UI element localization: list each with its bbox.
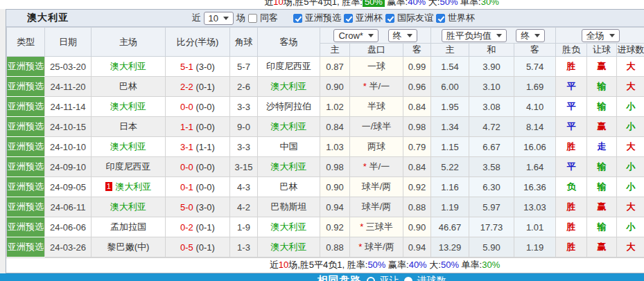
euro-draw-odds: 17.73 <box>469 217 514 237</box>
stat-segment: 单率: <box>459 260 482 270</box>
league-type: 亚洲预选 <box>7 117 45 137</box>
full-time-score: 0-0 <box>180 162 193 172</box>
asian-handicap-radio-label[interactable]: 亚让 <box>380 275 399 281</box>
away-team: 巴勒斯坦 <box>258 197 320 217</box>
stat-segment: 近 <box>270 260 279 270</box>
same-away-checkbox[interactable] <box>248 14 257 23</box>
asian-home-odds: 0.98 <box>320 157 350 177</box>
stat-segment: 40% <box>409 260 427 270</box>
filter-label-friendly[interactable]: 国际友谊 <box>397 12 433 24</box>
full-time-score: 1-1 <box>180 122 193 132</box>
corners: 1-3 <box>230 237 258 257</box>
corners: 3-3 <box>230 97 258 117</box>
stat-segment: 50% <box>440 0 458 7</box>
red-card-badge: 1 <box>105 182 112 191</box>
result-winloss: 负 <box>556 177 587 197</box>
match-date: 24-10-10 <box>45 137 92 157</box>
chevron-down-icon <box>534 34 540 37</box>
asian-away-odds: 0.79 <box>403 137 431 157</box>
handicap-text: 半/一 <box>369 81 390 91</box>
euro-away-odds: 13.03 <box>514 197 556 217</box>
table-row: 亚洲预选 24-10-10 澳大利亚 3-1 (1-1) 3-3 中国 1.03… <box>7 137 644 157</box>
home-team: 巴林 <box>92 77 166 97</box>
subcol-winloss: 胜负 <box>556 44 587 57</box>
asian-away-odds: 0.88 <box>403 197 431 217</box>
home-team-name: 巴林 <box>119 81 137 91</box>
subcol-euro-away: 客 <box>514 44 556 57</box>
away-team-name: 中国 <box>280 141 298 152</box>
match-score: 0-0 (0-0) <box>166 97 230 117</box>
euro-home-odds: 6.00 <box>431 77 469 97</box>
filter-checkbox-world-cup[interactable] <box>436 14 445 23</box>
match-score: 2-2 (0-1) <box>166 77 230 97</box>
goals-radio-label[interactable]: 进球数 <box>417 275 446 281</box>
result-goals: 小 <box>617 117 644 137</box>
match-date: 24-10-15 <box>45 117 92 137</box>
asian-final-select[interactable]: 终 <box>388 29 417 42</box>
away-team: 印度尼西亚 <box>258 57 320 77</box>
bookmaker-select[interactable]: Crow* <box>333 29 378 42</box>
stat-segment: 大: <box>426 0 440 7</box>
result-winloss: 胜 <box>556 217 587 237</box>
chevron-down-icon <box>368 34 374 37</box>
result-goals: 小 <box>617 177 644 197</box>
same-away-label[interactable]: 同客 <box>260 12 278 24</box>
subcol-handicap-result: 让球 <box>587 44 617 57</box>
result-winloss: 胜 <box>556 197 587 217</box>
corners: 3-15 <box>230 157 258 177</box>
home-team: 澳大利亚 <box>92 137 166 157</box>
home-team: 澳大利亚 <box>92 97 166 117</box>
corners: 2-6 <box>230 77 258 97</box>
half-time-score: (1-1) <box>195 142 214 152</box>
euro-odds-group-header: 胜平负均值 终 <box>431 28 556 44</box>
goals-radio[interactable] <box>404 277 412 281</box>
asian-handicap-line: * 三球半 <box>350 217 403 237</box>
match-scope-select[interactable]: 全场 <box>582 29 620 42</box>
stat-segment: 10 <box>273 0 283 7</box>
result-handicap: 赢 <box>587 117 617 137</box>
stat-segment: 10 <box>279 260 288 270</box>
away-team-name: 澳大利亚 <box>271 242 307 252</box>
col-header-away: 客场 <box>258 28 320 57</box>
filter-checkbox-asian-cup[interactable] <box>344 14 353 23</box>
chevron-down-icon <box>609 34 615 37</box>
filter-checkbox-friendly[interactable] <box>385 14 394 23</box>
full-time-score: 3-1 <box>180 142 193 152</box>
stat-segment: 50% <box>367 260 385 270</box>
euro-final-select[interactable]: 终 <box>516 29 545 42</box>
filter-checkbox-asian-qualifiers[interactable] <box>293 14 302 23</box>
asian-home-odds: 0.84 <box>320 117 350 137</box>
handicap-text: 半球 <box>367 101 385 111</box>
chevron-down-icon <box>407 34 412 37</box>
result-handicap: 赢 <box>587 197 617 217</box>
match-date: 24-11-14 <box>45 97 92 117</box>
filter-label-world-cup[interactable]: 世界杯 <box>448 12 475 24</box>
full-time-score: 0-5 <box>180 242 193 253</box>
subcol-asian-home: 主 <box>320 44 350 57</box>
stat-segment: 单率: <box>458 0 480 7</box>
euro-odds-type-select[interactable]: 胜平负均值 <box>442 29 507 42</box>
away-team-name: 澳大利亚 <box>271 121 307 132</box>
asian-handicap-radio[interactable] <box>367 277 375 281</box>
euro-odds-type-value: 胜平负均值 <box>446 30 491 41</box>
home-team-name: 澳大利亚 <box>110 201 146 212</box>
euro-draw-odds: 3.90 <box>469 57 514 77</box>
filter-controls: 近 10 场 同客 亚洲预选 亚洲杯 国际友谊 世界杯 <box>192 12 475 25</box>
euro-home-odds: 1.16 <box>431 177 469 197</box>
asian-away-odds: 0.94 <box>403 237 431 257</box>
corners: 4-3 <box>230 177 258 197</box>
half-time-score: (0-0) <box>195 122 214 132</box>
result-handicap: 输 <box>587 77 617 97</box>
filter-label-asian-cup[interactable]: 亚洲杯 <box>356 12 383 24</box>
asian-away-odds: 0.96 <box>403 77 431 97</box>
col-header-home: 主场 <box>92 28 166 57</box>
away-team-name: 澳大利亚 <box>271 81 307 91</box>
result-handicap: 赢 <box>587 237 617 257</box>
table-row: 亚洲预选 24-06-06 孟加拉国 0-2 (0-1) 1-9 澳大利亚 0.… <box>7 217 644 237</box>
result-winloss: 胜 <box>556 237 587 257</box>
result-goals: 大 <box>617 237 644 257</box>
subcol-euro-home: 主 <box>431 44 469 57</box>
filter-label-asian-qualifiers[interactable]: 亚洲预选 <box>305 12 341 24</box>
match-score: 0-1 (0-0) <box>166 177 230 197</box>
games-count-select[interactable]: 10 <box>204 12 234 25</box>
